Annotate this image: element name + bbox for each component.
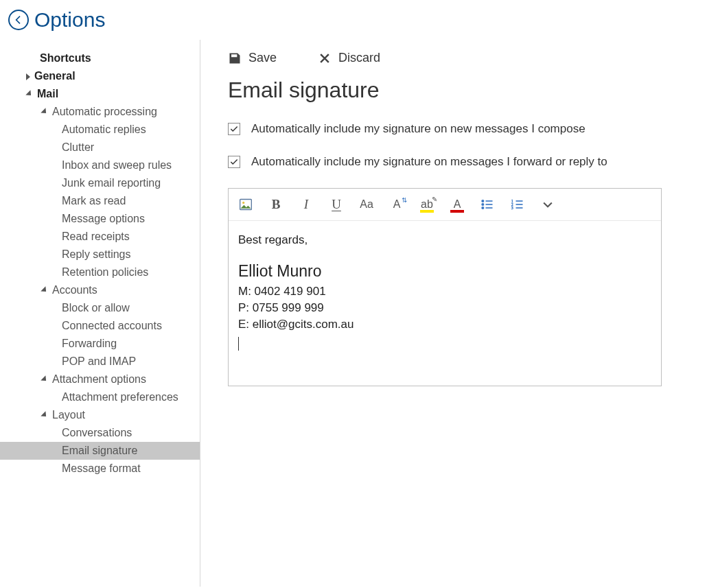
font-color-label: A [454, 198, 461, 211]
font-color-button[interactable]: A [450, 197, 465, 212]
bold-button[interactable]: B [268, 197, 283, 212]
pencil-icon: ✎ [432, 196, 437, 203]
sidebar-item-accounts[interactable]: Accounts [0, 281, 200, 299]
sidebar-item-general[interactable]: General [0, 67, 200, 85]
signature-greeting: Best regards, [238, 233, 651, 247]
numbered-list-icon: 123 [511, 198, 524, 211]
font-style-button[interactable]: A⇅ [389, 197, 404, 212]
sidebar-item-email-signature[interactable]: Email signature [0, 442, 200, 460]
sidebar-label-layout: Layout [52, 409, 85, 421]
save-button[interactable]: Save [228, 51, 277, 65]
svg-point-2 [482, 200, 484, 202]
save-label: Save [248, 51, 277, 65]
discard-label: Discard [338, 51, 380, 65]
back-button[interactable] [8, 10, 29, 30]
sidebar-label-general: General [34, 70, 76, 82]
sidebar-item-block-or-allow[interactable]: Block or allow [0, 299, 200, 317]
sidebar-item-conversations[interactable]: Conversations [0, 424, 200, 442]
sidebar-label-autoproc: Automatic processing [52, 106, 157, 117]
bullet-list-button[interactable] [480, 197, 495, 212]
editor-toolbar: B I U Aa A⇅ ab✎ A 123 [229, 189, 661, 221]
sidebar-item-automatic-processing[interactable]: Automatic processing [0, 103, 200, 121]
bullet-list-icon [480, 198, 494, 211]
sidebar-item-pop-imap[interactable]: POP and IMAP [0, 353, 200, 371]
svg-text:3: 3 [511, 206, 513, 210]
sidebar-item-attachment-options[interactable]: Attachment options [0, 371, 200, 388]
insert-image-button[interactable] [238, 197, 253, 212]
sidebar-item-layout[interactable]: Layout [0, 406, 200, 424]
sidebar-item-retention-policies[interactable]: Retention policies [0, 263, 200, 281]
sidebar-item-forwarding[interactable]: Forwarding [0, 335, 200, 353]
sidebar: Shortcuts General Mail Automatic process… [0, 40, 200, 587]
page-header: Options [0, 0, 707, 40]
numbered-list-button[interactable]: 123 [510, 197, 525, 212]
sidebar-item-junk-reporting[interactable]: Junk email reporting [0, 174, 200, 192]
page-title: Email signature [228, 78, 700, 103]
sidebar-item-shortcuts[interactable]: Shortcuts [0, 49, 200, 67]
sidebar-item-read-receipts[interactable]: Read receipts [0, 228, 200, 246]
page-header-title: Options [34, 8, 105, 32]
signature-mobile: M: 0402 419 901 [238, 285, 651, 298]
sidebar-label-mail: Mail [37, 88, 58, 99]
sidebar-item-reply-settings[interactable]: Reply settings [0, 246, 200, 263]
checkbox-label-reply: Automatically include my signature on me… [251, 155, 607, 169]
checkbox-include-new[interactable] [228, 123, 240, 135]
checkbox-row-new-messages: Automatically include my signature on ne… [228, 122, 700, 136]
underline-button[interactable]: U [329, 197, 344, 212]
text-cursor [238, 337, 239, 351]
chevron-down-icon [541, 198, 555, 211]
content-panel: Save Discard Email signature Automatical… [200, 40, 707, 587]
image-icon [239, 198, 253, 211]
sidebar-item-connected-accounts[interactable]: Connected accounts [0, 317, 200, 335]
checkbox-label-new: Automatically include my signature on ne… [251, 122, 586, 136]
sidebar-item-inbox-rules[interactable]: Inbox and sweep rules [0, 156, 200, 174]
main-split: Shortcuts General Mail Automatic process… [0, 40, 707, 587]
sidebar-item-automatic-replies[interactable]: Automatic replies [0, 121, 200, 139]
svg-point-1 [242, 202, 244, 204]
sidebar-item-clutter[interactable]: Clutter [0, 139, 200, 156]
arrow-left-icon [13, 14, 24, 25]
signature-name: Elliot Munro [238, 262, 651, 281]
sidebar-label-accounts: Accounts [52, 284, 97, 296]
sidebar-item-message-format[interactable]: Message format [0, 460, 200, 478]
discard-button[interactable]: Discard [318, 51, 380, 65]
font-size-button[interactable]: Aa [359, 197, 374, 212]
signature-email: E: elliot@gcits.com.au [238, 318, 651, 331]
signature-editor: B I U Aa A⇅ ab✎ A 123 Best regards, [228, 188, 662, 386]
checkmark-icon [229, 157, 239, 167]
updown-icon: ⇅ [402, 196, 407, 204]
svg-point-4 [482, 204, 484, 206]
more-formatting-button[interactable] [540, 197, 555, 212]
sidebar-item-mark-as-read[interactable]: Mark as read [0, 192, 200, 210]
highlight-button[interactable]: ab✎ [419, 197, 434, 212]
signature-textarea[interactable]: Best regards, Elliot Munro M: 0402 419 9… [229, 221, 661, 386]
sidebar-item-message-options[interactable]: Message options [0, 210, 200, 228]
sidebar-label-attachopts: Attachment options [52, 373, 146, 385]
italic-button[interactable]: I [299, 197, 314, 212]
save-icon [228, 51, 242, 65]
checkbox-include-reply[interactable] [228, 156, 240, 168]
svg-point-6 [482, 207, 484, 209]
sidebar-item-attachment-preferences[interactable]: Attachment preferences [0, 388, 200, 406]
sidebar-item-mail[interactable]: Mail [0, 85, 200, 103]
checkmark-icon [229, 124, 239, 134]
signature-phone: P: 0755 999 999 [238, 301, 651, 315]
font-style-label: A [393, 198, 401, 211]
action-bar: Save Discard [228, 43, 700, 78]
close-icon [318, 51, 332, 65]
checkbox-row-forward-reply: Automatically include my signature on me… [228, 155, 700, 169]
